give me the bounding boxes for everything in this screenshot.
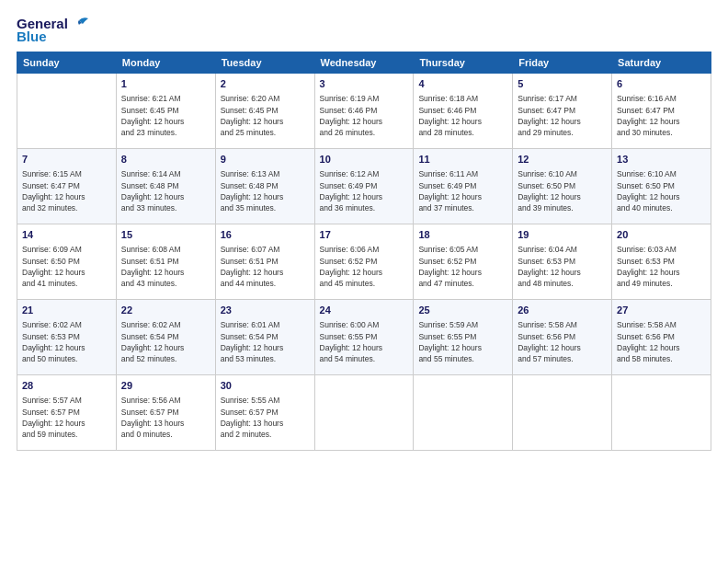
day-number: 15 bbox=[121, 228, 210, 242]
day-info: Sunrise: 5:59 AM Sunset: 6:55 PM Dayligh… bbox=[418, 319, 507, 364]
logo: General Blue bbox=[17, 17, 90, 44]
calendar-day: 10Sunrise: 6:12 AM Sunset: 6:49 PM Dayli… bbox=[314, 149, 414, 224]
calendar-table: SundayMondayTuesdayWednesdayThursdayFrid… bbox=[17, 52, 711, 451]
calendar-day: 28Sunrise: 5:57 AM Sunset: 6:57 PM Dayli… bbox=[17, 375, 117, 451]
calendar-day: 27Sunrise: 5:58 AM Sunset: 6:56 PM Dayli… bbox=[612, 300, 711, 375]
calendar-day: 20Sunrise: 6:03 AM Sunset: 6:53 PM Dayli… bbox=[612, 224, 711, 300]
calendar-day: 26Sunrise: 5:58 AM Sunset: 6:56 PM Dayli… bbox=[513, 300, 612, 375]
day-number: 22 bbox=[121, 304, 210, 317]
day-number: 14 bbox=[22, 228, 111, 242]
day-info: Sunrise: 6:14 AM Sunset: 6:48 PM Dayligh… bbox=[121, 168, 210, 213]
calendar-day: 18Sunrise: 6:05 AM Sunset: 6:52 PM Dayli… bbox=[414, 224, 513, 300]
calendar-day: 22Sunrise: 6:02 AM Sunset: 6:54 PM Dayli… bbox=[116, 300, 215, 375]
day-number: 26 bbox=[518, 304, 607, 317]
calendar-day: 15Sunrise: 6:08 AM Sunset: 6:51 PM Dayli… bbox=[116, 224, 215, 300]
calendar-day: 1Sunrise: 6:21 AM Sunset: 6:45 PM Daylig… bbox=[116, 74, 215, 149]
day-info: Sunrise: 6:00 AM Sunset: 6:55 PM Dayligh… bbox=[320, 319, 409, 364]
weekday-header-friday: Friday bbox=[513, 52, 612, 74]
calendar-week-5: 28Sunrise: 5:57 AM Sunset: 6:57 PM Dayli… bbox=[17, 375, 711, 451]
day-number: 24 bbox=[320, 304, 409, 317]
calendar-day: 14Sunrise: 6:09 AM Sunset: 6:50 PM Dayli… bbox=[17, 224, 117, 300]
day-info: Sunrise: 6:01 AM Sunset: 6:54 PM Dayligh… bbox=[221, 319, 310, 364]
weekday-header-saturday: Saturday bbox=[612, 52, 711, 74]
day-number: 3 bbox=[320, 77, 409, 91]
weekday-header-tuesday: Tuesday bbox=[215, 52, 314, 74]
logo-text-blue: Blue bbox=[17, 29, 47, 45]
day-info: Sunrise: 6:15 AM Sunset: 6:47 PM Dayligh… bbox=[22, 168, 111, 213]
calendar-day: 11Sunrise: 6:11 AM Sunset: 6:49 PM Dayli… bbox=[414, 149, 513, 224]
calendar-day: 30Sunrise: 5:55 AM Sunset: 6:57 PM Dayli… bbox=[215, 375, 314, 451]
day-number: 30 bbox=[221, 379, 310, 393]
day-info: Sunrise: 6:02 AM Sunset: 6:54 PM Dayligh… bbox=[121, 319, 210, 364]
day-number: 12 bbox=[518, 153, 607, 167]
day-info: Sunrise: 6:19 AM Sunset: 6:46 PM Dayligh… bbox=[320, 93, 409, 138]
calendar-day: 23Sunrise: 6:01 AM Sunset: 6:54 PM Dayli… bbox=[215, 300, 314, 375]
day-number: 5 bbox=[518, 77, 607, 91]
weekday-header-monday: Monday bbox=[116, 52, 215, 74]
calendar-week-3: 14Sunrise: 6:09 AM Sunset: 6:50 PM Dayli… bbox=[17, 224, 711, 300]
calendar-day: 3Sunrise: 6:19 AM Sunset: 6:46 PM Daylig… bbox=[314, 74, 414, 149]
day-info: Sunrise: 6:17 AM Sunset: 6:47 PM Dayligh… bbox=[518, 93, 607, 138]
calendar-week-2: 7Sunrise: 6:15 AM Sunset: 6:47 PM Daylig… bbox=[17, 149, 711, 224]
day-number: 2 bbox=[221, 77, 310, 91]
calendar-day: 6Sunrise: 6:16 AM Sunset: 6:47 PM Daylig… bbox=[612, 74, 711, 149]
day-info: Sunrise: 6:08 AM Sunset: 6:51 PM Dayligh… bbox=[121, 244, 210, 289]
day-info: Sunrise: 6:13 AM Sunset: 6:48 PM Dayligh… bbox=[221, 168, 310, 213]
day-info: Sunrise: 6:03 AM Sunset: 6:53 PM Dayligh… bbox=[617, 244, 706, 289]
calendar-week-1: 1Sunrise: 6:21 AM Sunset: 6:45 PM Daylig… bbox=[17, 74, 711, 149]
calendar-day: 13Sunrise: 6:10 AM Sunset: 6:50 PM Dayli… bbox=[612, 149, 711, 224]
day-number: 18 bbox=[418, 228, 507, 242]
day-info: Sunrise: 5:55 AM Sunset: 6:57 PM Dayligh… bbox=[221, 395, 310, 440]
day-number: 17 bbox=[320, 228, 409, 242]
day-number: 27 bbox=[617, 304, 706, 317]
day-info: Sunrise: 6:07 AM Sunset: 6:51 PM Dayligh… bbox=[221, 244, 310, 289]
day-info: Sunrise: 6:11 AM Sunset: 6:49 PM Dayligh… bbox=[418, 168, 507, 213]
day-info: Sunrise: 5:58 AM Sunset: 6:56 PM Dayligh… bbox=[518, 319, 607, 364]
calendar-day: 2Sunrise: 6:20 AM Sunset: 6:45 PM Daylig… bbox=[215, 74, 314, 149]
day-info: Sunrise: 6:06 AM Sunset: 6:52 PM Dayligh… bbox=[320, 244, 409, 289]
calendar-day: 25Sunrise: 5:59 AM Sunset: 6:55 PM Dayli… bbox=[414, 300, 513, 375]
day-number: 20 bbox=[617, 228, 706, 242]
calendar-day bbox=[513, 375, 612, 451]
day-number: 13 bbox=[617, 153, 706, 167]
calendar-day: 12Sunrise: 6:10 AM Sunset: 6:50 PM Dayli… bbox=[513, 149, 612, 224]
calendar-day: 21Sunrise: 6:02 AM Sunset: 6:53 PM Dayli… bbox=[17, 300, 117, 375]
day-info: Sunrise: 6:05 AM Sunset: 6:52 PM Dayligh… bbox=[418, 244, 507, 289]
header: General Blue bbox=[17, 17, 711, 44]
calendar-day: 5Sunrise: 6:17 AM Sunset: 6:47 PM Daylig… bbox=[513, 74, 612, 149]
day-info: Sunrise: 6:16 AM Sunset: 6:47 PM Dayligh… bbox=[617, 93, 706, 138]
calendar-day: 19Sunrise: 6:04 AM Sunset: 6:53 PM Dayli… bbox=[513, 224, 612, 300]
day-number: 23 bbox=[221, 304, 310, 317]
calendar-day bbox=[17, 74, 117, 149]
day-number: 1 bbox=[121, 77, 210, 91]
calendar-day: 9Sunrise: 6:13 AM Sunset: 6:48 PM Daylig… bbox=[215, 149, 314, 224]
day-number: 16 bbox=[221, 228, 310, 242]
day-number: 25 bbox=[418, 304, 507, 317]
day-number: 11 bbox=[418, 153, 507, 167]
day-number: 29 bbox=[121, 379, 210, 393]
calendar-header-row: SundayMondayTuesdayWednesdayThursdayFrid… bbox=[17, 52, 711, 74]
day-info: Sunrise: 6:18 AM Sunset: 6:46 PM Dayligh… bbox=[418, 93, 507, 138]
weekday-header-thursday: Thursday bbox=[414, 52, 513, 74]
calendar-day bbox=[314, 375, 414, 451]
day-info: Sunrise: 5:56 AM Sunset: 6:57 PM Dayligh… bbox=[121, 395, 210, 440]
day-number: 21 bbox=[22, 304, 111, 317]
day-number: 8 bbox=[121, 153, 210, 167]
day-number: 19 bbox=[518, 228, 607, 242]
calendar-day: 8Sunrise: 6:14 AM Sunset: 6:48 PM Daylig… bbox=[116, 149, 215, 224]
day-number: 28 bbox=[22, 379, 111, 393]
day-info: Sunrise: 6:10 AM Sunset: 6:50 PM Dayligh… bbox=[518, 168, 607, 213]
logo-bird-icon bbox=[70, 17, 90, 31]
calendar-day: 16Sunrise: 6:07 AM Sunset: 6:51 PM Dayli… bbox=[215, 224, 314, 300]
day-number: 6 bbox=[617, 77, 706, 91]
weekday-header-sunday: Sunday bbox=[17, 52, 117, 74]
calendar-day: 29Sunrise: 5:56 AM Sunset: 6:57 PM Dayli… bbox=[116, 375, 215, 451]
day-info: Sunrise: 6:09 AM Sunset: 6:50 PM Dayligh… bbox=[22, 244, 111, 289]
calendar-day: 24Sunrise: 6:00 AM Sunset: 6:55 PM Dayli… bbox=[314, 300, 414, 375]
day-number: 7 bbox=[22, 153, 111, 167]
calendar-day: 17Sunrise: 6:06 AM Sunset: 6:52 PM Dayli… bbox=[314, 224, 414, 300]
day-info: Sunrise: 6:10 AM Sunset: 6:50 PM Dayligh… bbox=[617, 168, 706, 213]
day-number: 9 bbox=[221, 153, 310, 167]
weekday-header-wednesday: Wednesday bbox=[314, 52, 414, 74]
day-number: 10 bbox=[320, 153, 409, 167]
